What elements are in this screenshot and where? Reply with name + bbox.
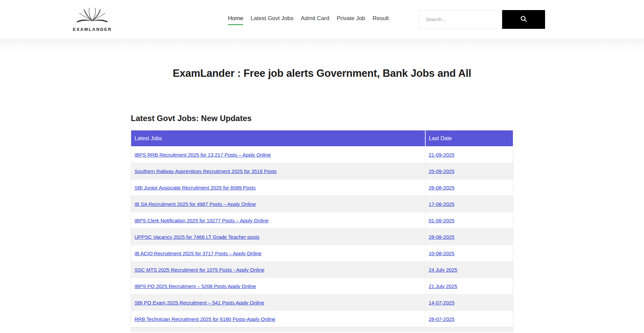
table-row: UPPSC Vacancy 2025 for 7466 LT Grade Tea… (131, 229, 513, 245)
table-row: Southern Railway Apprentices Recruitment… (131, 163, 513, 179)
latest-jobs-table: Latest Jobs Last Date IBPS RRB Recruitme… (131, 130, 513, 327)
job-cell: SBI PO Exam 2025 Recruitment – 541 Posts… (131, 294, 425, 311)
job-cell: SSC MTS 2025 Recruitment for 1075 Posts … (131, 262, 425, 278)
last-date-cell: 26-08-2025 (425, 179, 513, 196)
search-icon (520, 15, 527, 23)
job-cell: IB ACIO Recruitment 2025 for 3717 Posts … (131, 245, 425, 262)
table-row: IBPS RRB Recruitment 2025 for 13,217 Pos… (131, 147, 513, 163)
last-date-cell: 10-08-2025 (425, 245, 513, 262)
last-date-cell: 24 July 2025 (425, 262, 513, 278)
last-date-link[interactable]: 10-08-2025 (429, 251, 454, 256)
main-content: Latest Govt Jobs: New Updates Latest Job… (131, 114, 513, 332)
page-title: ExamLander : Free job alerts Government,… (0, 67, 644, 79)
job-cell: UPPSC Vacancy 2025 for 7466 LT Grade Tea… (131, 229, 425, 245)
last-date-cell: 01-08-2025 (425, 212, 513, 229)
book-logo-icon (75, 7, 109, 26)
table-header-row: Latest Jobs Last Date (131, 130, 513, 147)
last-date-cell: 17-08-2025 (425, 196, 513, 212)
job-link[interactable]: Southern Railway Apprentices Recruitment… (135, 168, 277, 174)
nav-item-result[interactable]: Result (373, 14, 389, 25)
last-date-link[interactable]: 01-08-2025 (429, 218, 454, 223)
last-date-cell: 21-09-2025 (425, 147, 513, 163)
column-header-last-date: Last Date (425, 130, 513, 147)
job-cell: Southern Railway Apprentices Recruitment… (131, 163, 425, 179)
column-header-latest-jobs: Latest Jobs (131, 130, 425, 147)
last-date-link[interactable]: 14-07-2025 (429, 300, 454, 306)
job-link[interactable]: IBPS RRB Recruitment 2025 for 13,217 Pos… (135, 152, 271, 158)
job-link[interactable]: SBI PO Exam 2025 Recruitment – 541 Posts… (135, 300, 264, 306)
job-link[interactable]: RRB Technician Recruitment 2025 for 6180… (135, 316, 275, 322)
job-cell: IBPS Clerk Notification 2025 for 10277 P… (131, 212, 425, 229)
site-logo[interactable]: EXAMLANDER (73, 7, 112, 32)
job-link[interactable]: IBPS Clerk Notification 2025 for 10277 P… (135, 218, 268, 223)
last-date-link[interactable]: 21 July 2025 (429, 283, 457, 289)
job-link[interactable]: IBPS PO 2025 Recruitment – 5208 Posts Ap… (135, 283, 256, 289)
last-date-link[interactable]: 28-07-2025 (429, 316, 454, 322)
job-cell: RRB Technician Recruitment 2025 for 6180… (131, 311, 425, 327)
last-date-link[interactable]: 17-08-2025 (429, 201, 454, 207)
last-date-link[interactable]: 26-08-2025 (429, 185, 454, 190)
section-title: Latest Govt Jobs: New Updates (131, 114, 513, 123)
job-cell: SBI Junior Associate Recruitment 2025 fo… (131, 179, 425, 196)
hero-section: ExamLander : Free job alerts Government,… (0, 39, 644, 114)
table-row: IBPS Clerk Notification 2025 for 10277 P… (131, 212, 513, 229)
search-box (420, 10, 545, 29)
job-link[interactable]: IB SA Recruitment 2025 for 4987 Posts – … (135, 201, 256, 207)
last-date-link[interactable]: 25-09-2025 (429, 168, 454, 174)
table-row: IB SA Recruitment 2025 for 4987 Posts – … (131, 196, 513, 212)
logo-wordmark: EXAMLANDER (73, 27, 112, 32)
nav-item-latest-govt-jobs[interactable]: Latest Govt Jobs (251, 14, 293, 25)
job-link[interactable]: UPPSC Vacancy 2025 for 7466 LT Grade Tea… (135, 234, 259, 240)
main-nav: HomeLatest Govt JobsAdmit CardPrivate Jo… (228, 14, 389, 25)
job-link[interactable]: SSC MTS 2025 Recruitment for 1075 Posts … (135, 267, 265, 273)
job-link[interactable]: SBI Junior Associate Recruitment 2025 fo… (135, 185, 256, 190)
job-cell: IB SA Recruitment 2025 for 4987 Posts – … (131, 196, 425, 212)
top-navbar: EXAMLANDER HomeLatest Govt JobsAdmit Car… (0, 0, 644, 39)
search-button[interactable] (502, 10, 545, 29)
job-cell: IBPS PO 2025 Recruitment – 5208 Posts Ap… (131, 278, 425, 294)
search-input[interactable] (420, 10, 502, 29)
last-date-link[interactable]: 21-09-2025 (429, 152, 454, 158)
table-row: SBI Junior Associate Recruitment 2025 fo… (131, 179, 513, 196)
table-row: SSC MTS 2025 Recruitment for 1075 Posts … (131, 262, 513, 278)
table-row: SBI PO Exam 2025 Recruitment – 541 Posts… (131, 294, 513, 311)
last-date-cell: 21 July 2025 (425, 278, 513, 294)
nav-item-home[interactable]: Home (228, 14, 243, 25)
table-row: IB ACIO Recruitment 2025 for 3717 Posts … (131, 245, 513, 262)
job-link[interactable]: IB ACIO Recruitment 2025 for 3717 Posts … (135, 251, 262, 256)
last-date-cell: 28-07-2025 (425, 311, 513, 327)
nav-item-admit-card[interactable]: Admit Card (301, 14, 329, 25)
job-cell: IBPS RRB Recruitment 2025 for 13,217 Pos… (131, 147, 425, 163)
last-date-cell: 25-09-2025 (425, 163, 513, 179)
last-date-cell: 28-08-2025 (425, 229, 513, 245)
table-row: RRB Technician Recruitment 2025 for 6180… (131, 311, 513, 327)
last-date-link[interactable]: 28-08-2025 (429, 234, 454, 240)
table-row: IBPS PO 2025 Recruitment – 5208 Posts Ap… (131, 278, 513, 294)
nav-item-private-job[interactable]: Private Job (337, 14, 365, 25)
last-date-link[interactable]: 24 July 2025 (429, 267, 457, 273)
last-date-cell: 14-07-2025 (425, 294, 513, 311)
table-row-partial (131, 327, 513, 332)
